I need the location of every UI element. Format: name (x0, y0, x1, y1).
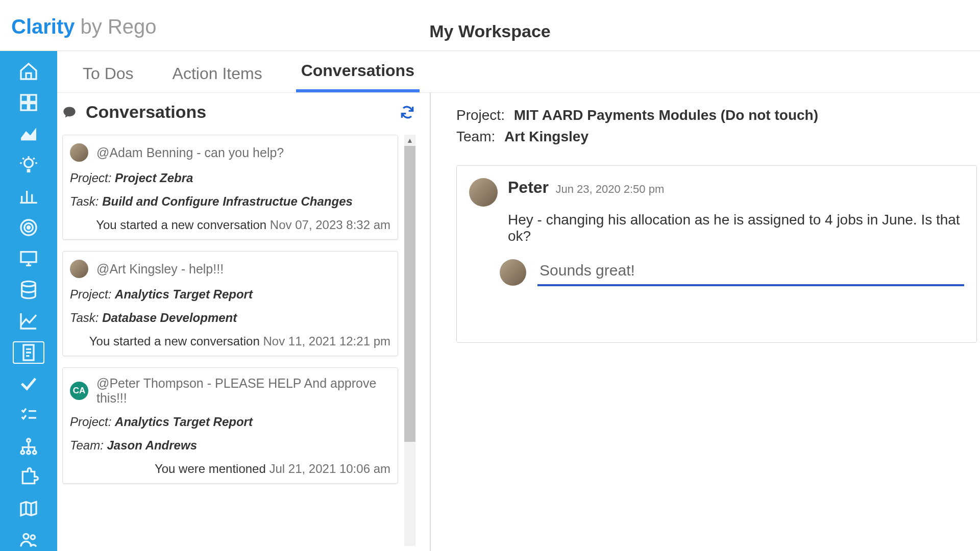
task-value: Database Development (102, 311, 237, 324)
scrollbar-thumb[interactable] (404, 146, 415, 442)
conversations-header: Conversations (57, 93, 430, 129)
tab-action-items[interactable]: Action Items (167, 64, 267, 92)
svg-point-4 (24, 159, 33, 167)
task-label: Task: (70, 311, 99, 324)
team-value: Jason Andrews (107, 438, 197, 452)
svg-point-15 (23, 534, 29, 539)
conversation-mention: @Adam Benning - can you help? (96, 145, 284, 160)
people-icon[interactable] (13, 529, 44, 551)
project-label: Project: (70, 287, 111, 301)
detail-team-line: Team: Art Kingsley (456, 129, 980, 145)
team-label: Team: (70, 438, 104, 452)
conversations-title: Conversations (86, 102, 206, 122)
check-icon[interactable] (13, 373, 44, 395)
message-body: Hey - changing his allocation as he is a… (508, 212, 964, 244)
svg-point-13 (27, 450, 31, 454)
conversation-mention: @Art Kingsley - help!!! (96, 262, 224, 277)
project-value: Analytics Target Report (115, 415, 253, 429)
conversation-status: You were mentioned (155, 462, 266, 475)
area-chart-icon[interactable] (13, 122, 44, 144)
avatar (70, 143, 88, 162)
svg-rect-8 (21, 252, 36, 262)
message-author: Peter (508, 178, 549, 196)
svg-point-7 (28, 226, 30, 229)
bar-chart-icon[interactable] (13, 185, 44, 207)
reply-row (500, 259, 964, 286)
clipboard-icon[interactable] (13, 341, 44, 364)
idea-icon[interactable] (13, 154, 44, 176)
hierarchy-icon[interactable] (13, 435, 44, 457)
scroll-up-icon[interactable]: ▲ (404, 135, 415, 146)
svg-rect-3 (30, 103, 36, 110)
svg-rect-1 (30, 95, 36, 102)
task-value: Build and Configure Infrastructue Change… (102, 194, 353, 208)
svg-rect-2 (21, 103, 28, 110)
left-sidebar (0, 51, 57, 551)
body: To Dos Action Items Conversations Conver… (57, 51, 980, 551)
svg-point-12 (21, 450, 24, 454)
project-label: Project: (70, 415, 111, 429)
avatar (70, 260, 88, 278)
reply-avatar (500, 259, 526, 286)
message-timestamp: Jun 23, 2020 2:50 pm (555, 183, 664, 195)
target-icon[interactable] (13, 216, 44, 238)
svg-point-11 (27, 439, 31, 442)
conversation-mention: @Peter Thompson - PLEASE HELP And approv… (96, 376, 390, 406)
home-icon[interactable] (13, 60, 44, 82)
task-label: Task: (70, 194, 99, 208)
project-value: Analytics Target Report (115, 287, 253, 301)
detail-project-value: MIT AARD Payments Modules (Do not touch) (514, 107, 818, 123)
detail-team-value: Art Kingsley (504, 129, 589, 144)
message-avatar (469, 178, 498, 207)
map-icon[interactable] (13, 498, 44, 520)
reply-input[interactable] (537, 259, 964, 286)
conversation-timestamp: Nov 07, 2023 8:32 am (270, 218, 390, 232)
svg-point-14 (33, 450, 36, 454)
workspace-tabs: To Dos Action Items Conversations (57, 51, 980, 93)
avatar: CA (70, 382, 88, 400)
message-card: Peter Jun 23, 2020 2:50 pm Hey - changin… (456, 165, 977, 343)
grid-icon[interactable] (13, 91, 44, 113)
conversation-status: You started a new conversation (89, 334, 260, 348)
project-label: Project: (70, 171, 111, 185)
svg-point-9 (22, 281, 36, 286)
panes: Conversations ▲ @Adam Benning - can you … (57, 93, 980, 551)
conversation-timestamp: Jul 21, 2021 10:06 am (269, 462, 390, 475)
checklist-icon[interactable] (13, 404, 44, 426)
svg-rect-0 (21, 95, 28, 102)
conversations-list: @Adam Benning - can you help? Project: P… (62, 135, 400, 546)
conversation-timestamp: Nov 11, 2021 12:21 pm (263, 334, 390, 348)
refresh-icon[interactable] (399, 104, 415, 120)
conversation-card[interactable]: @Art Kingsley - help!!! Project: Analyti… (62, 251, 398, 356)
tab-todos[interactable]: To Dos (78, 64, 139, 92)
top-bar: Clarity by Rego My Workspace (0, 0, 980, 51)
project-value: Project Zebra (115, 171, 193, 185)
scrollbar-track[interactable]: ▲ (404, 135, 415, 546)
puzzle-icon[interactable] (13, 466, 44, 488)
monitor-icon[interactable] (13, 247, 44, 269)
detail-project-line: Project: MIT AARD Payments Modules (Do n… (456, 107, 980, 123)
line-chart-icon[interactable] (13, 310, 44, 332)
conversation-card[interactable]: CA @Peter Thompson - PLEASE HELP And app… (62, 367, 398, 484)
conversations-scroll-area: ▲ @Adam Benning - can you help? Project:… (62, 135, 415, 546)
conversation-card[interactable]: @Adam Benning - can you help? Project: P… (62, 135, 398, 240)
conversation-status: You started a new conversation (96, 218, 266, 232)
database-icon[interactable] (13, 279, 44, 300)
svg-point-16 (31, 535, 35, 539)
detail-team-label: Team: (456, 129, 495, 144)
conversations-list-pane: Conversations ▲ @Adam Benning - can you … (57, 93, 431, 551)
tab-conversations[interactable]: Conversations (296, 61, 420, 92)
conversation-detail-pane: Project: MIT AARD Payments Modules (Do n… (431, 93, 980, 551)
page-title: My Workspace (0, 21, 980, 41)
conversation-icon (62, 105, 77, 119)
detail-project-label: Project: (456, 107, 505, 123)
